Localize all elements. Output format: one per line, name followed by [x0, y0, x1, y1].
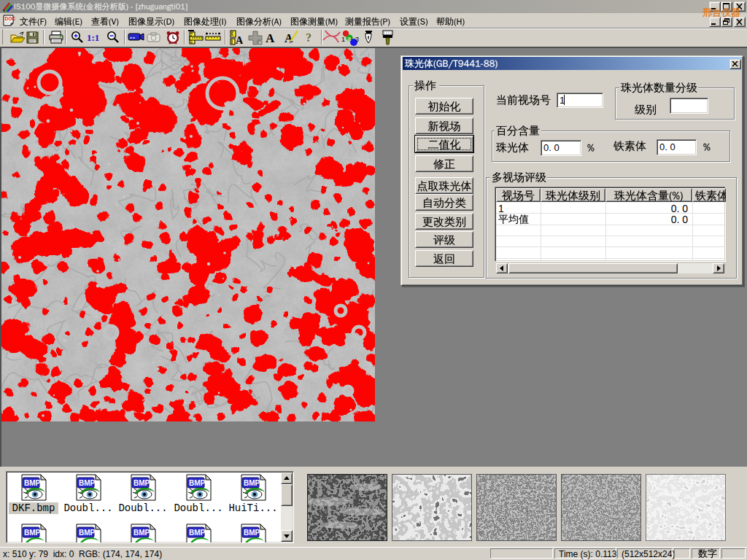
svg-text:BMP: BMP [133, 529, 150, 537]
svg-text:BMP: BMP [244, 529, 260, 537]
svg-text:BMP: BMP [133, 479, 150, 487]
svg-text:a: a [347, 35, 351, 42]
svg-text:BMP: BMP [79, 479, 96, 487]
svg-text:BMP: BMP [24, 529, 41, 537]
svg-text:BMP: BMP [189, 529, 206, 537]
svg-text:?: ? [306, 31, 311, 44]
svg-text:DOC: DOC [5, 16, 16, 21]
svg-text:BMP: BMP [189, 479, 206, 487]
svg-text:BMP: BMP [24, 479, 41, 487]
svg-text:1: 1 [341, 36, 345, 43]
svg-text:A: A [266, 31, 275, 45]
svg-text:BMP: BMP [244, 479, 260, 487]
svg-text:1:1: 1:1 [87, 32, 99, 43]
svg-text:A: A [236, 35, 244, 46]
svg-text:BMP: BMP [79, 529, 96, 537]
svg-text:3: 3 [355, 36, 359, 43]
